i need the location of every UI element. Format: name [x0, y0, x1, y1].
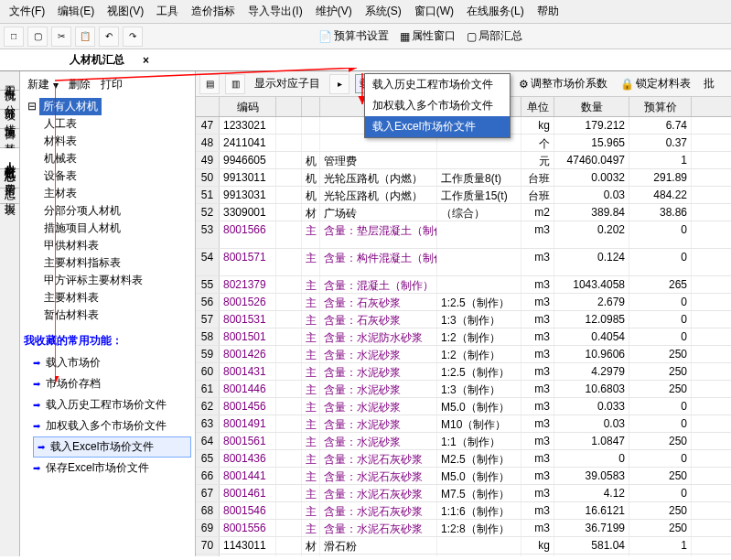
tool-btn[interactable]: ↷: [123, 27, 143, 47]
tree-item[interactable]: 人工表: [44, 115, 191, 133]
tab-close-icon[interactable]: ×: [143, 54, 149, 67]
menu-item[interactable]: 导入导出(I): [242, 2, 307, 21]
tree-item[interactable]: 甲方评标主要材料表: [44, 272, 191, 289]
tool-btn[interactable]: 📋: [75, 27, 95, 47]
table-row[interactable]: 678001461主含量：水泥石灰砂浆M7.5（制作）m34.120: [196, 485, 731, 502]
table-row[interactable]: 608001431主含量：水泥砂浆1:2.5（制作）m34.2979250: [196, 363, 731, 381]
table-row[interactable]: 548001571主含量：构件混凝土（制作）m30.1240: [196, 249, 731, 276]
table-row[interactable]: 668001441主含量：水泥石灰砂浆M5.0（制作）m339.0583250: [196, 468, 731, 485]
menu-item[interactable]: 文件(F): [4, 2, 50, 21]
toolbar-main: □ ▢ ✂ 📋 ↶ ↷ 📄 预算书设置 ▦ 属性窗口 ▢ 局部汇总: [0, 24, 731, 49]
tool-btn[interactable]: ✂: [51, 27, 71, 47]
table-row[interactable]: 568001526主含量：石灰砂浆1:2.5（制作）m32.6790: [196, 294, 731, 311]
adjust-coef[interactable]: ⚙ 调整市场价系数: [515, 74, 611, 93]
tree: ⊟ 所有人材机 人工表材料表机械表设备表主材表分部分项人材机措施项目人材机甲供材…: [24, 98, 191, 324]
table-row[interactable]: 648001561主含量：水泥砂浆1:1（制作）m31.0847250: [196, 433, 731, 450]
tool-btn[interactable]: □: [4, 27, 24, 47]
table-row[interactable]: 519913031机光轮压路机（内燃）工作质量15(t)台班0.03484.22: [196, 187, 731, 204]
tree-item[interactable]: 设备表: [44, 167, 191, 185]
tool-btn[interactable]: ▢: [27, 27, 48, 47]
local-summary[interactable]: ▢ 局部汇总: [463, 27, 526, 46]
table-row[interactable]: 698001556主含量：水泥石灰砂浆1:2:8（制作）m336.7199250: [196, 520, 731, 537]
batch[interactable]: 批: [700, 74, 718, 93]
left-panel: 新建 ▾ 删除 打印 ⊟ 所有人材机 人工表材料表机械表设备表主材表分部分项人材…: [20, 71, 196, 556]
menu-item[interactable]: 视图(V): [102, 2, 149, 21]
table-row[interactable]: 588001501主含量：水泥防水砂浆1:2（制作）m30.40540: [196, 328, 731, 346]
tab-summary[interactable]: 人材机汇总: [59, 50, 135, 70]
tree-item[interactable]: 甲供材料表: [44, 237, 191, 254]
side-tab[interactable]: 工程概况: [0, 71, 19, 91]
menu-item[interactable]: 编辑(E): [52, 2, 100, 21]
grid-tool[interactable]: ▤: [199, 74, 220, 94]
table-row[interactable]: 701143011材滑石粉kg581.041: [196, 537, 731, 555]
table-row[interactable]: 538001566主含量：垫层混凝土（制作）m30.2020: [196, 221, 731, 249]
tree-item[interactable]: 主材表: [44, 185, 191, 202]
tree-item[interactable]: 暂估材料表: [44, 307, 191, 324]
menu-item[interactable]: 系统(S): [360, 2, 407, 21]
side-tab[interactable]: 费用汇总: [0, 169, 19, 188]
tree-item[interactable]: 分部分项人材机: [44, 202, 191, 220]
col-header[interactable]: [196, 97, 220, 116]
table-row[interactable]: 558021379主含量：混凝土（制作）m31043.4058265: [196, 276, 731, 294]
table-row[interactable]: 499946605机管理费元47460.04971: [196, 152, 731, 169]
table-row[interactable]: 598001426主含量：水泥砂浆1:2（制作）m310.9606250: [196, 346, 731, 363]
table-row[interactable]: 719905691机灰浆搅拌机拌筒容量200(L)台班4.81570.86: [196, 555, 731, 556]
favorites-title: 我收藏的常用功能：: [24, 333, 191, 349]
fav-item[interactable]: ➡市场价存档: [33, 373, 191, 394]
attr-window[interactable]: ▦ 属性窗口: [396, 27, 459, 46]
col-header[interactable]: 单位: [521, 97, 554, 116]
table-row[interactable]: 658001436主含量：水泥石灰砂浆M2.5（制作）m300: [196, 450, 731, 468]
col-header[interactable]: [302, 97, 320, 116]
new-button[interactable]: 新建: [27, 77, 49, 92]
tree-item[interactable]: 机械表: [44, 150, 191, 167]
table-row[interactable]: 523309001材广场砖（综合）m2389.8438.86: [196, 204, 731, 221]
menu-item[interactable]: 造价指标: [186, 2, 241, 21]
side-tab[interactable]: 人材机汇总: [0, 148, 19, 169]
menu-option[interactable]: 载入历史工程市场价文件: [365, 74, 510, 95]
fav-item[interactable]: ➡保存Excel市场价文件: [33, 458, 191, 479]
side-tab[interactable]: 措施项目: [0, 110, 19, 129]
tree-item[interactable]: 主要材料指标表: [44, 254, 191, 272]
menu-item[interactable]: 维护(V): [310, 2, 358, 21]
menu-option[interactable]: 载入Excel市场价文件: [365, 116, 510, 137]
table-row[interactable]: 618001446主含量：水泥砂浆1:3（制作）m310.6803250: [196, 381, 731, 398]
col-header[interactable]: 编码: [220, 97, 276, 116]
del-button[interactable]: 删除: [69, 77, 91, 92]
favorites-list: ➡载入市场价➡市场价存档➡载入历史工程市场价文件➡加权载入多个市场价文件➡载入E…: [24, 352, 191, 479]
tool-btn[interactable]: ↶: [99, 27, 119, 47]
data-grid: ▤ ▥ 显示对应子目 ▸ 载入市场价 ▾ 💾 市场价存档 ⚙ 调整市场价系数 🔒…: [196, 71, 731, 556]
table-row[interactable]: 688001546主含量：水泥石灰砂浆1:1:6（制作）m316.6121250: [196, 502, 731, 520]
fav-item[interactable]: ➡载入市场价: [33, 352, 191, 373]
side-tab[interactable]: 分部分项: [0, 91, 19, 110]
table-row[interactable]: 509913011机光轮压路机（内燃）工作质量8(t)台班0.0032291.8…: [196, 169, 731, 187]
menu-item[interactable]: 在线服务(L): [461, 2, 530, 21]
fav-item[interactable]: ➡加权载入多个市场价文件: [33, 415, 191, 436]
lock-table[interactable]: 🔒 锁定材料表: [617, 74, 694, 93]
tree-item[interactable]: 措施项目人材机: [44, 220, 191, 237]
menu-option[interactable]: 加权载入多个市场价文件: [365, 95, 510, 116]
side-tab[interactable]: 其他项目: [0, 129, 19, 148]
fav-item[interactable]: ➡载入历史工程市场价文件: [33, 394, 191, 415]
table-row[interactable]: 638001491主含量：水泥砂浆M10（制作）m30.030: [196, 415, 731, 433]
print-button[interactable]: 打印: [101, 77, 123, 92]
col-header[interactable]: 数量: [554, 97, 629, 116]
menu-bar: 文件(F)编辑(E)视图(V)工具造价指标导入导出(I)维护(V)系统(S)窗口…: [0, 0, 731, 24]
menu-item[interactable]: 帮助: [532, 2, 564, 21]
fav-item[interactable]: ➡载入Excel市场价文件: [33, 436, 191, 458]
menu-item[interactable]: 工具: [151, 2, 184, 21]
show-child[interactable]: 显示对应子目: [251, 74, 324, 93]
grid-body[interactable]: 471233021kg179.2126.74482411041个15.9650.…: [196, 117, 731, 556]
table-row[interactable]: 578001531主含量：石灰砂浆1:3（制作）m312.09850: [196, 311, 731, 328]
menu-item[interactable]: 窗口(W): [409, 2, 459, 21]
col-header[interactable]: 预算价: [629, 97, 692, 116]
tree-root[interactable]: 所有人材机: [39, 98, 102, 115]
side-tabs: 工程概况分部分项措施项目其他项目人材机汇总费用汇总报表: [0, 71, 20, 556]
tree-item[interactable]: 主要材料表: [44, 289, 191, 307]
budget-setting[interactable]: 📄 预算书设置: [315, 27, 392, 46]
grid-tool[interactable]: ▸: [329, 74, 349, 94]
tree-item[interactable]: 材料表: [44, 133, 191, 150]
col-header[interactable]: [276, 97, 302, 116]
grid-tool[interactable]: ▥: [225, 74, 245, 94]
side-tab[interactable]: 报表: [0, 188, 19, 204]
table-row[interactable]: 628001456主含量：水泥砂浆M5.0（制作）m30.0330: [196, 398, 731, 415]
